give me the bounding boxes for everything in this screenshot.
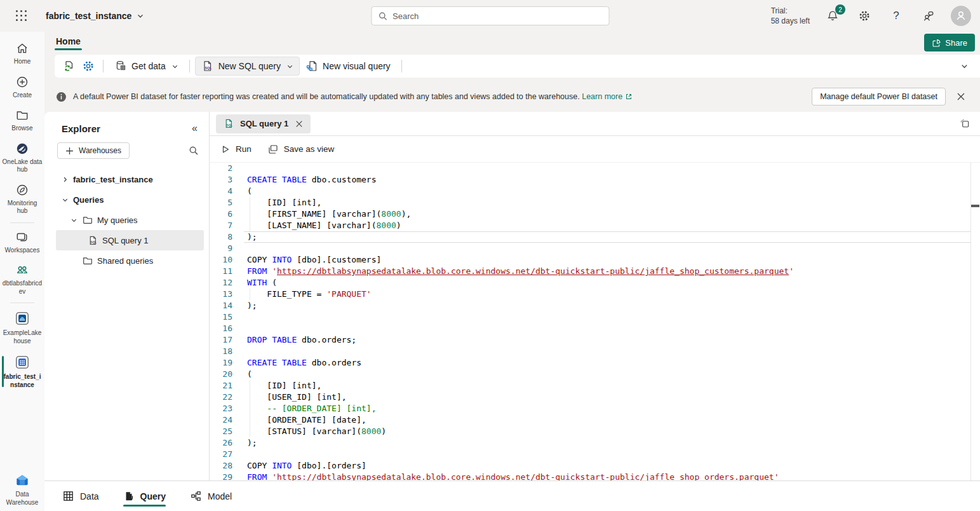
database-icon <box>114 60 127 72</box>
sidebar-item-label: Data Warehouse <box>2 491 43 507</box>
top-bar: fabric_test_instance Trial: 58 days left… <box>0 0 980 32</box>
default-dataset-banner: A default Power BI dataset for faster re… <box>44 81 980 112</box>
sidebar-item-monitoring-hub[interactable]: Monitoring hub <box>0 179 44 220</box>
tree-item-sql-query-1[interactable]: SQLSQL query 1 <box>56 230 204 250</box>
code-line-15[interactable]: 15 <box>210 311 970 323</box>
sidebar-item-create[interactable]: Create <box>0 71 44 104</box>
new-visual-query-button[interactable]: New visual query <box>300 57 396 75</box>
tab-sql-query-1[interactable]: SQL SQL query 1 <box>216 114 311 133</box>
visual-query-document-icon <box>305 60 318 72</box>
editor-overview-ruler[interactable] <box>970 163 980 480</box>
code-line-11[interactable]: 11FROM 'https://dbtlabsynapsedatalake.bl… <box>210 266 970 277</box>
code-line-14[interactable]: 14); <box>210 300 970 311</box>
code-line-27[interactable]: 27 <box>210 449 970 460</box>
global-search[interactable] <box>371 6 609 25</box>
code-line-22[interactable]: 22 [USER_ID] [int], <box>210 392 970 403</box>
settings-button[interactable] <box>856 7 873 25</box>
workspace-switcher[interactable]: fabric_test_instance <box>46 11 144 21</box>
copy-icon[interactable] <box>956 115 974 133</box>
sidebar-item-label: fabric_test_instance <box>2 373 43 389</box>
close-tab-icon[interactable] <box>294 119 304 129</box>
lakehouse-icon <box>14 310 30 327</box>
learn-more-link[interactable]: Learn more <box>582 92 633 101</box>
add-warehouses-button[interactable]: Warehouses <box>57 142 130 159</box>
collapse-panel-icon[interactable]: « <box>188 121 201 135</box>
code-line-28[interactable]: 28COPY INTO [dbo].[orders] <box>210 460 970 472</box>
view-tab-model[interactable]: Model <box>190 481 232 511</box>
code-line-24[interactable]: 24 [ORDER_DATE] [date], <box>210 414 970 426</box>
new-sql-query-button[interactable]: SQL New SQL query <box>195 57 300 76</box>
feedback-button[interactable] <box>919 7 937 25</box>
chevron-down-icon <box>286 63 293 70</box>
tree-item-label: Queries <box>73 195 104 205</box>
code-line-21[interactable]: 21 [ID] [int], <box>210 380 970 392</box>
sidebar-item-home[interactable]: Home <box>0 37 44 71</box>
code-line-26[interactable]: 26); <box>210 437 970 449</box>
tree-item-shared-queries[interactable]: Shared queries <box>56 250 204 271</box>
banner-close-icon[interactable] <box>952 88 970 106</box>
tree-item-queries[interactable]: Queries <box>56 189 204 210</box>
code-line-25[interactable]: 25 [STATUS] [varchar](8000) <box>210 426 970 437</box>
line-number: 2 <box>210 163 232 174</box>
code-line-6[interactable]: 6 [FIRST_NAME] [varchar](8000), <box>210 208 970 220</box>
line-number: 21 <box>210 380 232 392</box>
code-line-29[interactable]: 29FROM 'https://dbtlabsynapsedatalake.bl… <box>210 472 970 480</box>
help-button[interactable]: ? <box>887 7 905 25</box>
share-button[interactable]: Share <box>924 34 975 51</box>
view-tab-query[interactable]: Query <box>123 481 166 511</box>
line-number: 4 <box>210 186 232 197</box>
toolbar: Get data SQL New SQL query <box>55 55 980 78</box>
get-data-button[interactable]: Get data <box>109 57 184 75</box>
code-line-5[interactable]: 5 [ID] [int], <box>210 197 970 208</box>
code-line-17[interactable]: 17DROP TABLE dbo.orders; <box>210 334 970 346</box>
code-line-16[interactable]: 16 <box>210 323 970 334</box>
code-line-18[interactable]: 18 <box>210 346 970 357</box>
view-tab-data[interactable]: Data <box>62 481 99 511</box>
code-line-10[interactable]: 10COPY INTO [dbo].[customers] <box>210 254 970 266</box>
code-line-13[interactable]: 13 FILE_TYPE = 'PARQUET' <box>210 289 970 300</box>
line-number: 5 <box>210 197 232 208</box>
code-line-23[interactable]: 23 -- [ORDER_DATE] [int], <box>210 403 970 414</box>
sidebar-item-data-warehouse[interactable]: Data Warehouse <box>0 467 44 511</box>
sidebar-item-onelake-data-hub[interactable]: OneLake data hub <box>0 137 44 179</box>
account-avatar[interactable] <box>951 6 971 26</box>
toolbar-collapse-chevron[interactable] <box>960 62 969 71</box>
code-line-12[interactable]: 12WITH ( <box>210 277 970 289</box>
query-editor: SQL SQL query 1 <box>210 112 980 480</box>
tree-item-my-queries[interactable]: My queries <box>56 210 204 230</box>
code-line-19[interactable]: 19CREATE TABLE dbo.orders <box>210 357 970 369</box>
save-as-view-button[interactable]: Save as view <box>268 144 335 154</box>
sql-code-editor[interactable]: 23CREATE TABLE dbo.customers4(5 [ID] [in… <box>210 163 980 480</box>
sidebar-item-fabric-test-instance[interactable]: fabric_test_instance <box>0 350 44 393</box>
explorer-search-icon[interactable] <box>186 143 201 158</box>
chevron-down-icon[interactable] <box>69 217 78 224</box>
chevron-down-icon[interactable] <box>60 196 69 203</box>
create-icon <box>15 75 29 89</box>
trial-status: Trial: 58 days left <box>771 6 810 26</box>
manage-default-dataset-button[interactable]: Manage default Power BI dataset <box>812 88 946 106</box>
code-line-7[interactable]: 7 [LAST_NAME] [varchar](8000) <box>210 220 970 231</box>
new-query-refresh-button[interactable] <box>60 57 79 75</box>
sidebar-item-dbtlabsfabricdev[interactable]: dbtlabsfabricdev <box>0 259 44 300</box>
code-line-4[interactable]: 4( <box>210 186 970 197</box>
code-line-2[interactable]: 2 <box>210 163 970 174</box>
app-launcher-icon[interactable] <box>9 3 34 29</box>
sidebar-item-examplelakehouse[interactable]: ExampleLakehouse <box>0 306 44 350</box>
code-line-8[interactable]: 8); <box>210 231 970 243</box>
tree-item-label: SQL query 1 <box>102 236 149 245</box>
line-number: 27 <box>210 449 232 460</box>
code-line-9[interactable]: 9 <box>210 243 970 254</box>
notifications-button[interactable]: 2 <box>824 7 842 25</box>
search-input[interactable] <box>393 11 602 21</box>
tree-item-fabric-test-instance[interactable]: fabric_test_instance <box>56 169 204 189</box>
monitoring-icon <box>15 183 29 197</box>
code-line-20[interactable]: 20( <box>210 369 970 380</box>
sidebar-item-workspaces[interactable]: Workspaces <box>0 226 44 259</box>
chevron-right-icon[interactable] <box>60 176 69 183</box>
run-button[interactable]: Run <box>221 144 252 154</box>
sql-file-icon: SQL <box>224 118 234 129</box>
code-line-3[interactable]: 3CREATE TABLE dbo.customers <box>210 174 970 186</box>
tab-home[interactable]: Home <box>55 34 82 51</box>
query-settings-button[interactable] <box>79 57 98 75</box>
sidebar-item-browse[interactable]: Browse <box>0 104 44 137</box>
